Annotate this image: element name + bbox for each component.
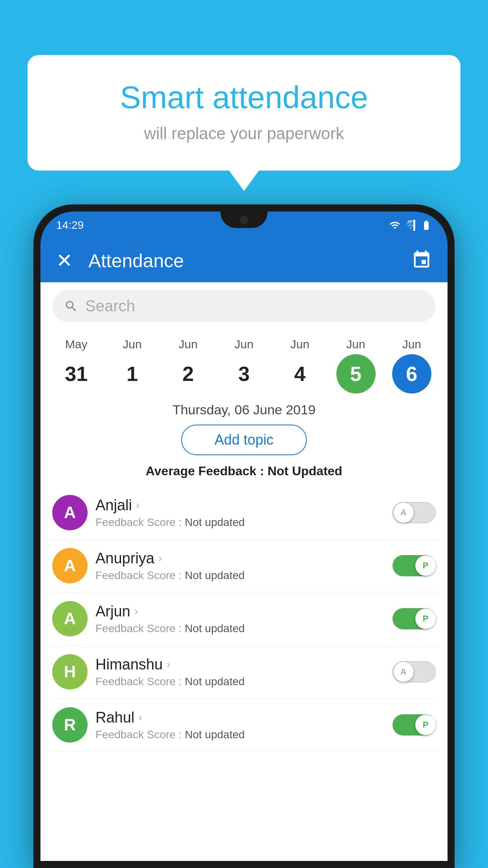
cal-date-num: 31 — [57, 354, 96, 394]
toggle-switch: P — [393, 608, 436, 629]
status-icons — [389, 220, 432, 231]
avatar: A — [52, 548, 88, 583]
student-row[interactable]: AArjun ›Feedback Score : Not updatedP — [48, 592, 440, 645]
search-input-wrap[interactable]: Search — [52, 290, 436, 322]
app-title: Attendance — [88, 250, 411, 272]
chevron-icon: › — [158, 552, 162, 565]
avg-feedback: Average Feedback : Not Updated — [40, 464, 448, 478]
attendance-toggle[interactable]: A — [393, 502, 436, 523]
app-content: Search May31Jun1Jun2Jun3Jun4Jun5Jun6 Thu… — [40, 282, 448, 861]
speech-bubble-container: Smart attendance will replace your paper… — [28, 55, 460, 171]
student-info: Anupriya ›Feedback Score : Not updated — [95, 550, 385, 582]
toggle-switch: P — [393, 714, 436, 736]
calendar-day-5[interactable]: Jun5 — [334, 338, 378, 394]
cal-date-num: 3 — [224, 354, 264, 394]
selected-date-title: Thursday, 06 June 2019 — [40, 394, 448, 425]
attendance-toggle[interactable]: P — [393, 608, 436, 629]
student-row[interactable]: AAnjali ›Feedback Score : Not updatedA — [48, 486, 440, 539]
calendar-day-0[interactable]: May31 — [55, 338, 98, 394]
cal-month-label: Jun — [235, 338, 253, 351]
avatar: R — [52, 707, 88, 743]
student-info: Anjali ›Feedback Score : Not updated — [95, 497, 385, 529]
cal-date-num: 6 — [392, 354, 431, 394]
bubble-subtitle: will replace your paperwork — [59, 124, 429, 143]
search-placeholder: Search — [85, 297, 135, 315]
toggle-knob: A — [393, 662, 414, 682]
battery-icon — [421, 220, 432, 231]
close-button[interactable]: ✕ — [56, 249, 73, 272]
cal-date-num: 1 — [112, 354, 152, 394]
attendance-toggle[interactable]: P — [393, 714, 436, 736]
student-row[interactable]: HHimanshu ›Feedback Score : Not updatedA — [48, 645, 440, 699]
toggle-switch: P — [393, 555, 436, 576]
toggle-knob: P — [415, 715, 436, 735]
avg-feedback-value: Not Updated — [268, 464, 342, 478]
toggle-knob: P — [415, 555, 436, 576]
toggle-knob: A — [393, 502, 414, 523]
student-info: Arjun ›Feedback Score : Not updated — [95, 603, 385, 635]
status-time: 14:29 — [56, 219, 84, 232]
signal-icon — [405, 220, 416, 231]
student-info: Rahul ›Feedback Score : Not updated — [95, 709, 385, 741]
avg-feedback-label: Average Feedback : — [146, 464, 268, 478]
feedback-score: Feedback Score : Not updated — [95, 569, 385, 582]
wifi-icon — [389, 220, 400, 231]
calendar-icon — [411, 250, 432, 270]
status-bar: 14:29 — [40, 211, 448, 239]
chevron-icon: › — [138, 711, 142, 724]
chevron-icon: › — [167, 658, 170, 671]
cal-date-num: 2 — [169, 354, 208, 394]
calendar-icon-button[interactable] — [411, 250, 432, 272]
student-row[interactable]: AAnupriya ›Feedback Score : Not updatedP — [48, 539, 440, 592]
attendance-toggle[interactable]: A — [393, 661, 436, 682]
student-name: Rahul › — [95, 709, 385, 726]
avatar: H — [52, 654, 88, 690]
speech-bubble: Smart attendance will replace your paper… — [28, 55, 460, 171]
attendance-toggle[interactable]: P — [393, 555, 436, 576]
calendar-day-3[interactable]: Jun3 — [222, 338, 266, 394]
avatar: A — [52, 495, 88, 530]
cal-month-label: Jun — [290, 338, 309, 351]
phone-frame: 14:29 ✕ Attendance — [33, 204, 455, 868]
student-list: AAnjali ›Feedback Score : Not updatedAAA… — [40, 486, 448, 752]
cal-month-label: May — [65, 338, 88, 351]
notch — [220, 211, 268, 228]
student-name: Anupriya › — [95, 550, 385, 567]
feedback-score: Feedback Score : Not updated — [95, 728, 385, 741]
student-name: Arjun › — [95, 603, 385, 620]
student-name: Anjali › — [95, 497, 385, 514]
phone-inner: 14:29 ✕ Attendance — [40, 211, 448, 861]
calendar-day-4[interactable]: Jun4 — [278, 338, 321, 394]
cal-date-num: 4 — [280, 354, 319, 394]
calendar-day-1[interactable]: Jun1 — [110, 338, 154, 394]
cal-month-label: Jun — [123, 338, 141, 351]
chevron-icon: › — [134, 605, 138, 618]
cal-month-label: Jun — [402, 338, 421, 351]
feedback-score: Feedback Score : Not updated — [95, 516, 385, 529]
toggle-switch: A — [393, 502, 436, 523]
feedback-score: Feedback Score : Not updated — [95, 622, 385, 635]
chevron-icon: › — [136, 499, 139, 511]
app-bar: ✕ Attendance — [40, 239, 448, 282]
search-bar: Search — [40, 282, 448, 330]
student-row[interactable]: RRahul ›Feedback Score : Not updatedP — [48, 699, 440, 752]
camera — [240, 215, 248, 224]
feedback-score: Feedback Score : Not updated — [95, 675, 385, 688]
cal-date-num: 5 — [336, 354, 376, 394]
bubble-title: Smart attendance — [59, 79, 429, 116]
svg-rect-0 — [413, 220, 415, 231]
cal-month-label: Jun — [346, 338, 365, 351]
cal-month-label: Jun — [179, 338, 198, 351]
calendar-day-6[interactable]: Jun6 — [390, 338, 433, 394]
calendar-strip: May31Jun1Jun2Jun3Jun4Jun5Jun6 — [40, 330, 448, 394]
toggle-switch: A — [393, 661, 436, 682]
search-icon — [64, 299, 78, 313]
calendar-day-2[interactable]: Jun2 — [167, 338, 210, 394]
add-topic-button[interactable]: Add topic — [181, 425, 307, 455]
toggle-knob: P — [415, 609, 436, 629]
avatar: A — [52, 601, 88, 636]
student-name: Himanshu › — [95, 656, 385, 673]
student-info: Himanshu ›Feedback Score : Not updated — [95, 656, 385, 688]
